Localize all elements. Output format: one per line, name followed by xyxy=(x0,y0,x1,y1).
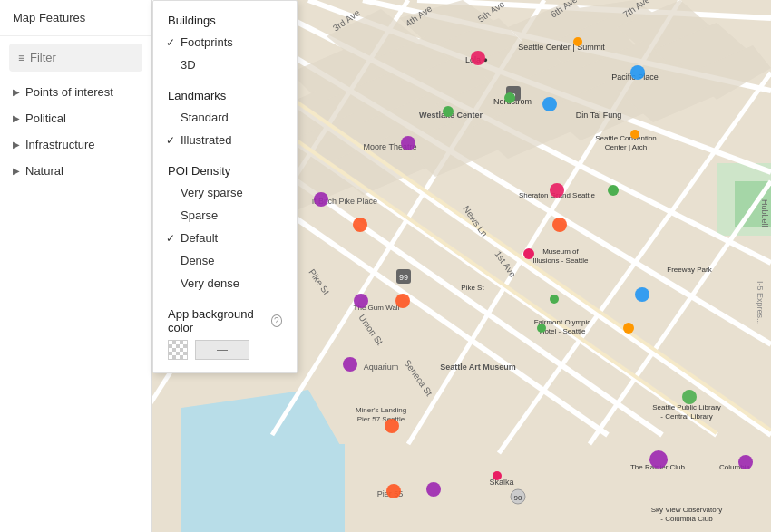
svg-point-120 xyxy=(682,390,697,404)
svg-point-102 xyxy=(504,92,515,103)
landmarks-section-header: Landmarks xyxy=(153,83,297,106)
info-icon[interactable]: ? xyxy=(271,314,282,327)
svg-point-100 xyxy=(630,65,645,80)
color-value-display[interactable]: — xyxy=(195,340,249,360)
illustrated-item[interactable]: Illustrated xyxy=(153,129,297,151)
svg-point-125 xyxy=(738,455,753,469)
svg-text:I-5 Expres...: I-5 Expres... xyxy=(756,281,765,325)
buildings-section-header: Buildings xyxy=(153,8,297,31)
svg-text:Center | Arch: Center | Arch xyxy=(605,143,648,151)
svg-point-111 xyxy=(523,248,534,259)
dense-label: Dense xyxy=(181,254,215,267)
sidebar-item-natural-label: Natural xyxy=(25,164,63,178)
svg-text:Aquarium: Aquarium xyxy=(364,363,399,372)
svg-point-107 xyxy=(550,183,564,198)
sidebar-header: Map Features xyxy=(0,0,151,36)
svg-point-105 xyxy=(314,192,328,207)
svg-text:99: 99 xyxy=(399,273,408,282)
svg-point-103 xyxy=(443,106,454,117)
svg-point-114 xyxy=(550,295,559,304)
svg-text:Museum of: Museum of xyxy=(542,247,579,256)
chevron-right-icon: ▶ xyxy=(13,113,20,123)
svg-point-109 xyxy=(552,218,567,232)
svg-text:- Central Library: - Central Library xyxy=(660,412,712,421)
very-sparse-label: Very sparse xyxy=(181,186,243,199)
illustrated-label: Illustrated xyxy=(181,133,231,147)
very-sparse-item[interactable]: Very sparse xyxy=(153,181,297,204)
3d-item[interactable]: 3D xyxy=(153,53,297,76)
sparse-item[interactable]: Sparse xyxy=(153,204,297,227)
svg-point-113 xyxy=(395,294,410,308)
svg-point-112 xyxy=(354,294,368,308)
standard-label: Standard xyxy=(181,111,229,124)
svg-text:Seattle Center | Summit: Seattle Center | Summit xyxy=(518,43,605,52)
transparent-color-swatch[interactable] xyxy=(168,340,188,360)
svg-text:Freeway Park: Freeway Park xyxy=(667,266,712,274)
bg-color-section: App background color ? — xyxy=(153,302,297,365)
svg-point-117 xyxy=(343,357,357,372)
svg-text:Miner's Landing: Miner's Landing xyxy=(356,406,406,414)
svg-point-108 xyxy=(608,185,619,196)
sparse-label: Sparse xyxy=(181,208,218,222)
poi-density-section-header: POI Density xyxy=(153,159,297,181)
svg-text:Pier 57 Seattle: Pier 57 Seattle xyxy=(357,415,405,423)
svg-point-115 xyxy=(635,287,649,302)
standard-item[interactable]: Standard xyxy=(153,106,297,129)
svg-text:Illusions - Seattle: Illusions - Seattle xyxy=(533,256,589,265)
svg-point-98 xyxy=(471,51,485,65)
default-item[interactable]: Default xyxy=(153,227,297,249)
svg-text:Seattle Convention: Seattle Convention xyxy=(595,134,657,142)
svg-text:90: 90 xyxy=(514,494,522,502)
chevron-right-icon: ▶ xyxy=(13,87,20,97)
svg-text:- Columbia Club: - Columbia Club xyxy=(660,515,713,523)
svg-point-106 xyxy=(630,130,639,139)
very-dense-label: Very dense xyxy=(181,276,239,290)
filter-input[interactable] xyxy=(30,51,133,64)
filter-icon: ≡ xyxy=(18,52,24,64)
svg-point-110 xyxy=(353,218,367,232)
svg-point-104 xyxy=(401,136,415,150)
svg-text:Pike St: Pike St xyxy=(461,284,484,292)
svg-text:Din Tai Fung: Din Tai Fung xyxy=(576,111,621,120)
very-dense-item[interactable]: Very dense xyxy=(153,272,297,295)
svg-text:Hubbell: Hubbell xyxy=(760,199,769,227)
svg-rect-2 xyxy=(181,444,345,532)
chevron-right-icon: ▶ xyxy=(13,166,20,176)
footprints-label: Footprints xyxy=(181,35,233,49)
sidebar-item-infrastructure-label: Infrastructure xyxy=(25,138,95,151)
sidebar-item-political[interactable]: ▶ Political xyxy=(0,105,151,131)
svg-text:Hotel - Seattle: Hotel - Seattle xyxy=(540,327,586,335)
dropdown-panel: Buildings Footprints 3D Landmarks Standa… xyxy=(152,0,298,373)
filter-bar[interactable]: ≡ xyxy=(9,44,142,72)
sidebar-item-natural[interactable]: ▶ Natural xyxy=(0,158,151,184)
svg-point-116 xyxy=(623,323,634,334)
sidebar-item-infrastructure[interactable]: ▶ Infrastructure xyxy=(0,131,151,158)
svg-point-118 xyxy=(537,324,546,333)
svg-text:Seattle Public Library: Seattle Public Library xyxy=(652,403,721,411)
svg-point-99 xyxy=(573,37,582,46)
sidebar-item-poi-label: Points of interest xyxy=(25,85,113,99)
svg-point-122 xyxy=(426,482,441,497)
sidebar-item-political-label: Political xyxy=(25,111,66,125)
default-label: Default xyxy=(181,231,218,245)
svg-text:Seattle Art Museum: Seattle Art Museum xyxy=(440,363,516,372)
svg-text:Sky View Observatory: Sky View Observatory xyxy=(651,506,723,514)
svg-text:Skalka: Skalka xyxy=(489,478,513,487)
svg-point-123 xyxy=(493,471,502,480)
chevron-right-icon: ▶ xyxy=(13,140,20,150)
bg-color-label: App background color ? xyxy=(168,307,282,334)
footprints-item[interactable]: Footprints xyxy=(153,31,297,53)
sidebar-item-poi[interactable]: ▶ Points of interest xyxy=(0,79,151,105)
svg-point-119 xyxy=(385,419,399,433)
svg-point-101 xyxy=(542,97,557,111)
svg-point-124 xyxy=(386,484,401,498)
dense-item[interactable]: Dense xyxy=(153,249,297,272)
color-picker-row: — xyxy=(168,340,282,360)
sidebar: Map Features ≡ ▶ Points of interest ▶ Po… xyxy=(0,0,152,532)
3d-label: 3D xyxy=(181,58,196,72)
svg-point-121 xyxy=(649,450,668,469)
